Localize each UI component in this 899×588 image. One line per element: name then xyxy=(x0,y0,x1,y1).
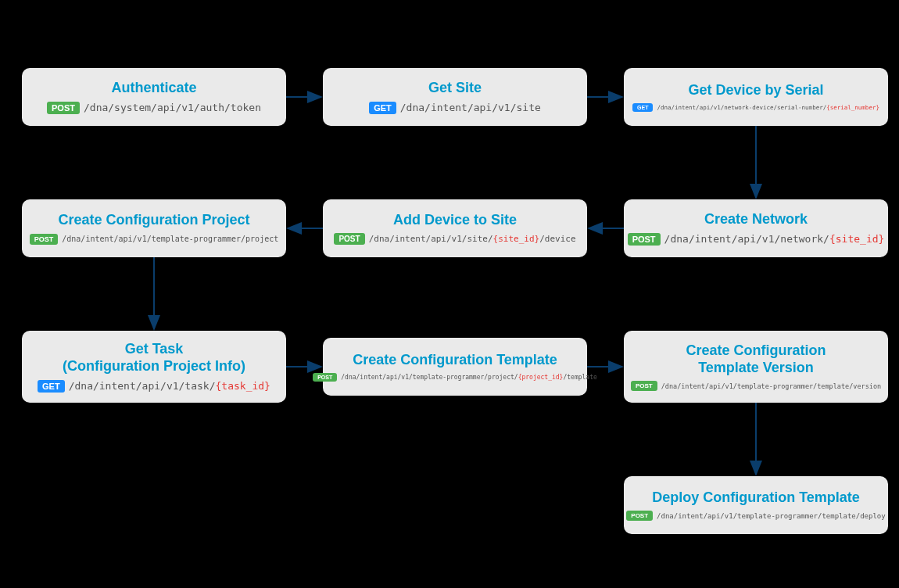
node-title: Create Configuration Template xyxy=(353,352,557,369)
http-method-badge: GET xyxy=(369,102,396,114)
node-title: Get Device by Serial xyxy=(688,82,823,99)
node-title: Deploy Configuration Template xyxy=(652,489,860,507)
api-line: GET /dna/intent/api/v1/network-device/se… xyxy=(632,103,879,112)
node-title: Create Network xyxy=(704,211,808,228)
http-method-badge: POST xyxy=(334,233,364,245)
http-method-badge: POST xyxy=(631,381,657,391)
api-line: GET /dna/intent/api/v1/site xyxy=(369,102,541,114)
api-line: POST /dna/system/api/v1/auth/token xyxy=(47,102,261,114)
http-method-badge: GET xyxy=(38,380,65,393)
api-path: /dna/intent/api/v1/site/{site_id}/device xyxy=(369,234,576,244)
node-create-network: Create Network POST /dna/intent/api/v1/n… xyxy=(624,199,888,257)
node-get-site: Get Site GET /dna/intent/api/v1/site xyxy=(323,68,587,126)
api-line: POST /dna/intent/api/v1/template-program… xyxy=(313,373,597,382)
node-title: Add Device to Site xyxy=(393,212,517,229)
http-method-badge: POST xyxy=(626,511,653,521)
api-path: /dna/intent/api/v1/template-programmer/p… xyxy=(62,235,278,243)
node-get-device-by-serial: Get Device by Serial GET /dna/intent/api… xyxy=(624,68,888,126)
node-title: Create Configuration Project xyxy=(58,212,249,229)
node-title: Get Site xyxy=(428,80,482,97)
api-line: POST /dna/intent/api/v1/template-program… xyxy=(631,381,881,391)
http-method-badge: POST xyxy=(313,373,337,382)
node-create-config-project: Create Configuration Project POST /dna/i… xyxy=(22,199,286,257)
api-path: /dna/intent/api/v1/network-device/serial… xyxy=(657,104,879,111)
http-method-badge: GET xyxy=(632,103,653,112)
node-create-config-template: Create Configuration Template POST /dna/… xyxy=(323,338,587,396)
api-line: POST /dna/intent/api/v1/network/{site_id… xyxy=(628,233,885,246)
node-add-device-to-site: Add Device to Site POST /dna/intent/api/… xyxy=(323,199,587,257)
api-path: /dna/intent/api/v1/template-programmer/t… xyxy=(661,382,881,390)
node-title: Get Task (Configuration Project Info) xyxy=(63,341,245,375)
api-path: /dna/intent/api/v1/task/{task_id} xyxy=(69,380,270,392)
node-deploy-config-template: Deploy Configuration Template POST /dna/… xyxy=(624,476,888,534)
http-method-badge: POST xyxy=(628,233,661,246)
api-path: /dna/intent/api/v1/template-programmer/p… xyxy=(341,374,597,381)
api-path: /dna/system/api/v1/auth/token xyxy=(84,102,261,113)
api-line: POST /dna/intent/api/v1/template-program… xyxy=(30,234,278,245)
api-line: GET /dna/intent/api/v1/task/{task_id} xyxy=(38,380,270,393)
node-title: Authenticate xyxy=(111,80,196,97)
node-authenticate: Authenticate POST /dna/system/api/v1/aut… xyxy=(22,68,286,126)
node-get-task: Get Task (Configuration Project Info) GE… xyxy=(22,331,286,403)
node-create-config-template-version: Create Configuration Template Version PO… xyxy=(624,331,888,403)
api-path: /dna/intent/api/v1/site xyxy=(400,102,541,113)
http-method-badge: POST xyxy=(47,102,80,114)
api-line: POST /dna/intent/api/v1/site/{site_id}/d… xyxy=(334,233,575,245)
api-line: POST /dna/intent/api/v1/template-program… xyxy=(626,511,885,521)
api-path: /dna/intent/api/v1/network/{site_id} xyxy=(664,233,885,245)
node-title: Create Configuration Template Version xyxy=(686,342,826,376)
http-method-badge: POST xyxy=(30,234,59,245)
api-path: /dna/intent/api/v1/template-programmer/t… xyxy=(657,512,886,520)
